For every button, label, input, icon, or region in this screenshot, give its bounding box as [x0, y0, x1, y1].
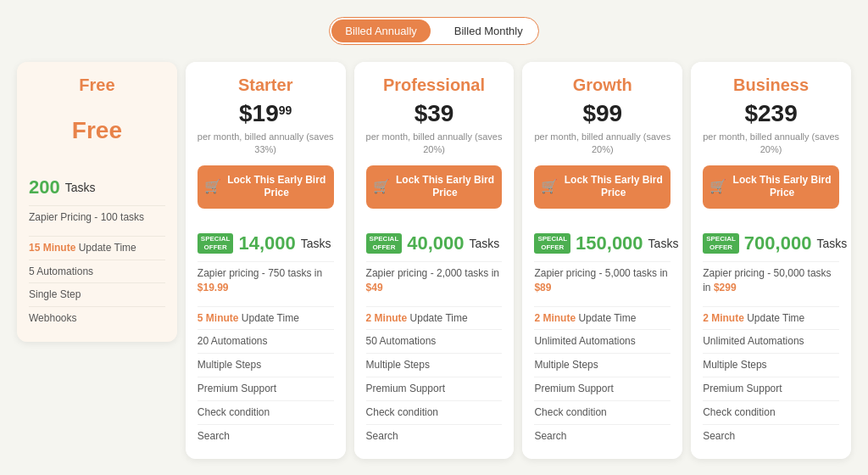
free-price-label: Free: [29, 100, 165, 153]
steps-free: Single Step: [29, 282, 165, 306]
tasks-row-growth: SPECIALOFFER150,000 Tasks: [534, 232, 670, 254]
special-offer-badge: SPECIALOFFER: [703, 233, 739, 253]
plan-price-business: $239: [744, 100, 797, 127]
plan-features-professional: SPECIALOFFER40,000 TasksZapier pricing -…: [354, 221, 515, 459]
plan-billing-note-professional: per month, billed annually (saves 20%): [366, 131, 503, 157]
tasks-count-free: 200: [29, 176, 60, 198]
plan-name-starter: Starter: [198, 75, 334, 95]
update-time-highlight-starter: 5 Minute: [198, 312, 239, 324]
steps-starter: Multiple Steps: [198, 353, 334, 377]
plan-name-professional: Professional: [366, 75, 503, 95]
plans-container: FreeFree200 TasksZapier Pricing - 100 ta…: [17, 62, 851, 459]
update-time-highlight-business: 2 Minute: [703, 312, 744, 324]
update-time-professional: 2 Minute Update Time: [366, 306, 503, 330]
special-offer-badge: SPECIALOFFER: [534, 233, 570, 253]
update-time-highlight-professional: 2 Minute: [366, 312, 408, 324]
billing-annually[interactable]: Billed Annually: [331, 20, 431, 42]
zapier-highlight-professional: $49: [366, 282, 383, 293]
steps-business: Multiple Steps: [703, 353, 839, 377]
plan-price-professional: $39: [415, 100, 454, 127]
lock-button-label-business: Lock This Early Bird Price: [732, 174, 832, 200]
zapier-note-free: Zapier Pricing - 100 tasks: [29, 205, 165, 229]
zapier-highlight-business: $299: [714, 282, 737, 293]
plan-card-starter: Starter$1999per month, billed annually (…: [186, 62, 346, 459]
update-time-free: 15 Minute Update Time: [29, 236, 165, 260]
feature-item-starter: Check condition: [198, 400, 334, 424]
steps-growth: Multiple Steps: [534, 353, 670, 377]
steps-professional: Multiple Steps: [366, 353, 503, 377]
plan-features-growth: SPECIALOFFER150,000 TasksZapier pricing …: [522, 221, 682, 459]
tasks-label-professional: Tasks: [470, 237, 500, 250]
feature-item-growth: Check condition: [534, 400, 670, 424]
special-offer-badge: SPECIALOFFER: [366, 233, 403, 253]
plan-card-free: FreeFree200 TasksZapier Pricing - 100 ta…: [17, 62, 177, 342]
feature-item-professional: Search: [366, 424, 503, 448]
lock-button-label-growth: Lock This Early Bird Price: [563, 174, 664, 200]
feature-item-starter: Premium Support: [198, 377, 334, 400]
plan-price-row-growth: $99: [534, 100, 670, 127]
plan-billing-note-growth: per month, billed annually (saves 20%): [534, 131, 670, 157]
plan-header-business: Business$239per month, billed annually (…: [691, 62, 851, 221]
plan-price-row-professional: $39: [366, 100, 503, 127]
plan-features-starter: SPECIALOFFER14,000 TasksZapier pricing -…: [186, 221, 346, 459]
plan-price-row-business: $239: [703, 100, 839, 127]
zapier-note-starter: Zapier pricing - 750 tasks in $19.99: [198, 261, 334, 299]
plan-card-professional: Professional$39per month, billed annuall…: [354, 62, 515, 459]
zapier-note-professional: Zapier pricing - 2,000 tasks in $49: [366, 261, 503, 299]
plan-price-row-starter: $1999: [198, 100, 334, 127]
plan-header-starter: Starter$1999per month, billed annually (…: [186, 62, 346, 221]
update-time-business: 2 Minute Update Time: [703, 306, 839, 330]
plan-price-cents-starter: 99: [279, 103, 292, 117]
tasks-label-growth: Tasks: [648, 237, 679, 250]
plan-features-business: SPECIALOFFER700,000 TasksZapier pricing …: [691, 221, 851, 459]
plan-header-growth: Growth$99per month, billed annually (sav…: [522, 62, 682, 221]
tasks-label-business: Tasks: [816, 237, 847, 250]
feature-item-growth: Premium Support: [534, 377, 670, 400]
plan-features-free: 200 TasksZapier Pricing - 100 tasks15 Mi…: [17, 165, 177, 342]
cart-icon: 🛒: [204, 178, 221, 196]
cart-icon: 🛒: [541, 178, 558, 196]
feature-item-business: Search: [703, 424, 839, 448]
plan-name-free: Free: [29, 75, 165, 95]
automations-growth: Unlimited Automations: [534, 329, 670, 353]
lock-button-label-starter: Lock This Early Bird Price: [226, 174, 327, 200]
update-time-highlight-growth: 2 Minute: [534, 312, 576, 324]
zapier-note-business: Zapier pricing - 50,000 tasks in $299: [703, 261, 839, 299]
lock-button-starter[interactable]: 🛒Lock This Early Bird Price: [198, 165, 334, 209]
tasks-label-free: Tasks: [65, 181, 96, 194]
plan-price-growth: $99: [582, 100, 622, 127]
update-time-highlight-free: 15 Minute: [29, 242, 75, 254]
automations-free: 5 Automations: [29, 260, 165, 283]
billing-monthly[interactable]: Billed Monthly: [441, 20, 537, 42]
plan-price-starter: $19: [239, 100, 279, 127]
tasks-count-growth: 150,000: [576, 232, 643, 254]
plan-billing-note-starter: per month, billed annually (saves 33%): [198, 131, 334, 157]
plan-card-business: Business$239per month, billed annually (…: [691, 62, 851, 459]
tasks-count-professional: 40,000: [407, 232, 464, 254]
cart-icon: 🛒: [709, 178, 726, 196]
lock-button-label-professional: Lock This Early Bird Price: [395, 174, 496, 200]
automations-business: Unlimited Automations: [703, 329, 839, 353]
tasks-count-business: 700,000: [744, 232, 812, 254]
lock-button-professional[interactable]: 🛒Lock This Early Bird Price: [366, 165, 503, 209]
update-time-starter: 5 Minute Update Time: [198, 306, 334, 330]
tasks-row-free: 200 Tasks: [29, 176, 165, 198]
feature-item-growth: Search: [534, 424, 670, 448]
lock-button-growth[interactable]: 🛒Lock This Early Bird Price: [534, 165, 670, 209]
tasks-count-starter: 14,000: [238, 232, 295, 254]
update-time-growth: 2 Minute Update Time: [534, 306, 670, 330]
zapier-highlight-starter: $19.99: [198, 282, 229, 293]
billing-toggle[interactable]: Billed Annually Billed Monthly: [329, 17, 539, 45]
zapier-highlight-growth: $89: [534, 282, 551, 293]
automations-starter: 20 Automations: [198, 329, 334, 353]
feature-item-business: Premium Support: [703, 377, 839, 400]
tasks-row-starter: SPECIALOFFER14,000 Tasks: [198, 232, 334, 254]
plan-name-business: Business: [703, 75, 839, 95]
plan-header-free: FreeFree: [17, 62, 177, 165]
feature-item-professional: Premium Support: [366, 377, 503, 400]
lock-button-business[interactable]: 🛒Lock This Early Bird Price: [703, 165, 839, 209]
plan-name-growth: Growth: [534, 75, 670, 95]
tasks-row-professional: SPECIALOFFER40,000 Tasks: [366, 232, 503, 254]
tasks-row-business: SPECIALOFFER700,000 Tasks: [703, 232, 839, 254]
feature-item-professional: Check condition: [366, 400, 503, 424]
